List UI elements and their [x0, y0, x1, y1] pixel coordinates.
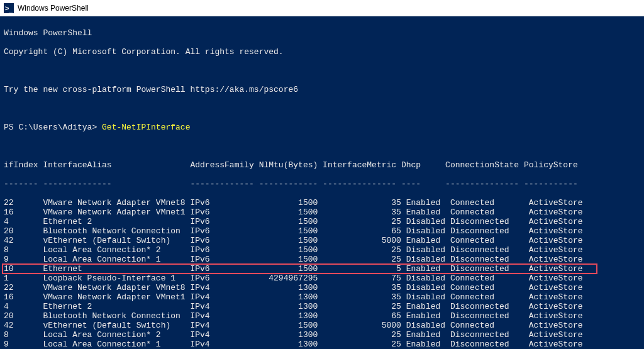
intro-line: Copyright (C) Microsoft Corporation. All… — [4, 47, 640, 57]
table-row: 9 Local Area Connection* 1 IPv4 1300 25 … — [4, 340, 640, 349]
highlighted-row: 10 Ethernet IPv6 1500 5 Enabled Disconne… — [4, 264, 640, 274]
table-row: 10 Ethernet IPv6 1500 5 Enabled Disconne… — [4, 264, 640, 274]
blank-line — [4, 141, 640, 151]
powershell-icon — [4, 3, 14, 13]
blank-line — [4, 66, 640, 75]
table-row: 8 Local Area Connection* 2 IPv4 1300 25 … — [4, 330, 640, 340]
table-row: 1 Loopback Pseudo-Interface 1 IPv6 42949… — [4, 274, 640, 283]
table-header-dashes: ------- -------------- ------------- ---… — [4, 179, 640, 189]
table-row: 42 vEthernet (Default Switch) IPv4 1500 … — [4, 321, 640, 330]
table-header: ifIndex InterfaceAlias AddressFamily NlM… — [4, 160, 640, 170]
intro-line: Try the new cross-platform PowerShell ht… — [4, 85, 640, 94]
table-row: 22 VMware Network Adapter VMnet8 IPv4 13… — [4, 283, 640, 292]
command-text: Get-NetIPInterface — [102, 123, 190, 132]
table-row: 20 Bluetooth Network Connection IPv4 130… — [4, 311, 640, 321]
table-row: 22 VMware Network Adapter VMnet8 IPv6 15… — [4, 198, 640, 208]
table-row: 20 Bluetooth Network Connection IPv6 150… — [4, 226, 640, 236]
table-body: 22 VMware Network Adapter VMnet8 IPv6 15… — [4, 198, 640, 349]
intro-line: Windows PowerShell — [4, 28, 640, 38]
prompt-prefix: PS C:\Users\Aditya> — [4, 123, 102, 132]
table-row: 8 Local Area Connection* 2 IPv6 1500 25 … — [4, 245, 640, 255]
table-row: 9 Local Area Connection* 1 IPv6 1500 25 … — [4, 255, 640, 264]
prompt-line: PS C:\Users\Aditya> Get-NetIPInterface — [4, 123, 640, 132]
table-row: 16 VMware Network Adapter VMnet1 IPv6 15… — [4, 208, 640, 217]
table-row: 4 Ethernet 2 IPv4 1300 25 Enabled Discon… — [4, 302, 640, 311]
blank-line — [4, 104, 640, 113]
table-row: 16 VMware Network Adapter VMnet1 IPv4 13… — [4, 292, 640, 302]
window-titlebar[interactable]: Windows PowerShell — [0, 0, 644, 16]
window-title: Windows PowerShell — [18, 4, 89, 13]
terminal-area[interactable]: Windows PowerShell Copyright (C) Microso… — [0, 16, 644, 349]
table-row: 42 vEthernet (Default Switch) IPv6 1500 … — [4, 236, 640, 245]
table-row: 4 Ethernet 2 IPv6 1500 25 Disabled Disco… — [4, 217, 640, 226]
